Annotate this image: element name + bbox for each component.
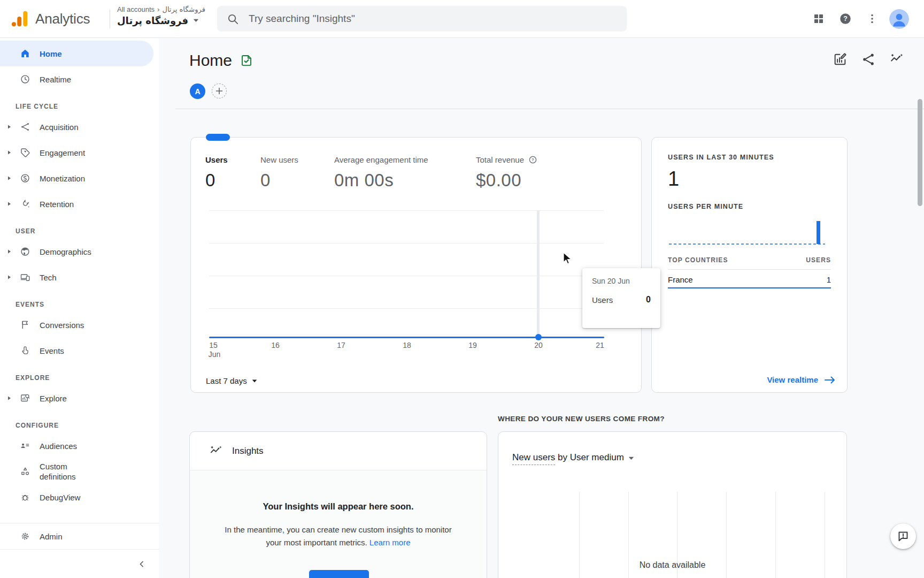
user-avatar[interactable] xyxy=(889,9,909,29)
chart-hover-guideline xyxy=(537,210,540,338)
sidebar-item-audiences[interactable]: Audiences xyxy=(0,433,159,459)
insights-body-text: your most important metrics. xyxy=(266,538,367,547)
search-input[interactable] xyxy=(248,12,627,25)
x-tick: 18 xyxy=(403,341,411,349)
expand-caret-icon[interactable] xyxy=(6,201,12,207)
sidebar-item-acquisition[interactable]: Acquisition xyxy=(0,114,159,140)
insights-spark-icon xyxy=(889,52,904,67)
breadcrumb-account-name[interactable]: فروشگاه پرتال xyxy=(162,5,205,13)
metric-avg-engagement-time[interactable]: Average engagement time 0m 00s xyxy=(334,155,428,191)
google-apps-grid-button[interactable] xyxy=(808,8,829,29)
grid-icon xyxy=(812,12,825,25)
comparison-chip-letter: A xyxy=(195,87,200,96)
nav-section-configure: CONFIGURE xyxy=(0,411,159,433)
top-app-bar: Analytics All accounts › فروشگاه پرتال ف… xyxy=(0,0,924,38)
report-check-icon[interactable] xyxy=(240,54,253,67)
expand-caret-icon[interactable] xyxy=(6,275,12,280)
sidebar-item-tech[interactable]: Tech xyxy=(0,264,159,290)
account-switcher[interactable]: All accounts › فروشگاه پرتال فروشگاه پرت… xyxy=(117,5,205,26)
sidebar-item-debugview[interactable]: DebugView xyxy=(0,484,159,510)
date-range-selector[interactable]: Last 7 days xyxy=(206,376,257,385)
search-bar[interactable] xyxy=(217,6,627,32)
share-icon xyxy=(861,52,876,67)
svg-text:?: ? xyxy=(532,157,534,162)
sidebar-item-label: Explore xyxy=(40,393,67,404)
page-title: Home xyxy=(189,51,253,70)
sidebar-item-monetization[interactable]: Monetization xyxy=(0,165,159,191)
sidebar-item-label: Engagement xyxy=(40,148,85,158)
metric-new-users[interactable]: New users 0 xyxy=(260,155,298,191)
sidebar-item-engagement[interactable]: Engagement xyxy=(0,140,159,165)
tooltip-metric-value: 0 xyxy=(646,295,651,305)
analytics-logo-icon xyxy=(10,9,30,29)
breadcrumb-separator: › xyxy=(157,5,159,13)
property-name: فروشگاه پرتال xyxy=(117,15,188,26)
help-button[interactable]: ? xyxy=(835,8,856,29)
search-icon xyxy=(227,13,239,25)
sidebar-item-label: DebugView xyxy=(40,492,80,503)
customize-report-button[interactable] xyxy=(832,51,848,67)
country-row-bar xyxy=(668,287,831,288)
engagement-tag-icon xyxy=(20,147,30,158)
top-countries-label: TOP COUNTRIES xyxy=(668,256,728,264)
sidebar-item-label: Home xyxy=(40,49,62,59)
sidebar-item-home[interactable]: Home xyxy=(0,41,153,66)
expand-caret-icon[interactable] xyxy=(6,396,12,401)
learn-more-link[interactable]: Learn more xyxy=(369,538,411,547)
expand-caret-icon[interactable] xyxy=(6,249,12,254)
sidebar-item-admin[interactable]: Admin xyxy=(0,523,159,549)
x-axis-month-label: Jun xyxy=(209,350,221,359)
create-insight-button[interactable] xyxy=(309,570,369,578)
metric-users[interactable]: Users 0 xyxy=(205,155,228,191)
insights-spark-icon xyxy=(209,444,223,458)
chart-gridline xyxy=(209,210,604,211)
vertical-scrollbar[interactable] xyxy=(918,99,922,206)
google-analytics-logo[interactable]: Analytics xyxy=(10,0,90,37)
edit-chart-icon xyxy=(833,52,848,67)
country-row[interactable]: France 1 xyxy=(668,272,831,286)
property-selector[interactable]: فروشگاه پرتال xyxy=(117,15,205,26)
share-report-button[interactable] xyxy=(860,51,876,67)
help-circle-icon[interactable]: ? xyxy=(528,155,537,164)
chevron-down-icon xyxy=(252,379,257,383)
expand-caret-icon[interactable] xyxy=(6,124,12,130)
insights-card-header: Insights xyxy=(190,432,487,470)
users-series-line[interactable] xyxy=(209,337,604,338)
breadcrumb-all-accounts[interactable]: All accounts xyxy=(117,5,155,13)
sidebar-item-demographics[interactable]: Demographics xyxy=(0,239,159,264)
x-tick: 19 xyxy=(468,341,477,349)
custom-definitions-shapes-icon xyxy=(20,466,30,477)
top-countries-header: TOP COUNTRIES USERS xyxy=(668,256,831,264)
dimension-selector[interactable]: New users by User medium xyxy=(512,452,634,463)
sidebar-item-explore[interactable]: Explore xyxy=(0,385,159,411)
users-last-30-min-value: 1 xyxy=(668,168,679,191)
active-card-tab-indicator[interactable] xyxy=(206,134,230,141)
sidebar-item-events[interactable]: Events xyxy=(0,338,159,363)
chart-gridline xyxy=(209,308,604,309)
x-tick: 21 xyxy=(596,341,604,349)
expand-caret-icon[interactable] xyxy=(6,176,12,181)
insights-headline: Your Insights will appear here soon. xyxy=(190,501,487,512)
debugview-bug-icon xyxy=(20,492,30,503)
new-users-chart-card: New users by User medium No data availab… xyxy=(498,431,847,578)
hovered-data-point[interactable] xyxy=(535,334,542,340)
no-data-message: No data available xyxy=(498,560,846,570)
collapse-sidebar-button[interactable] xyxy=(0,550,159,578)
more-options-button[interactable] xyxy=(861,8,883,29)
comparison-chip[interactable]: A xyxy=(190,83,205,99)
sidebar-item-retention[interactable]: Retention xyxy=(0,191,159,217)
add-comparison-button[interactable] xyxy=(212,83,227,98)
metric-total-revenue[interactable]: Total revenue ? $0.00 xyxy=(476,155,537,191)
expand-caret-icon[interactable] xyxy=(6,150,12,155)
insights-panel-button[interactable] xyxy=(889,51,905,67)
sidebar-item-conversions[interactable]: Conversions xyxy=(0,312,159,338)
metric-value: 0 xyxy=(205,170,228,191)
sidebar-item-realtime[interactable]: Realtime xyxy=(0,66,159,92)
metric-value: 0m 00s xyxy=(334,170,428,191)
header-divider xyxy=(110,10,110,28)
view-realtime-link[interactable]: View realtime xyxy=(767,375,835,384)
view-realtime-label: View realtime xyxy=(767,375,818,384)
sidebar-item-custom-definitions[interactable]: Custom definitions xyxy=(0,459,159,484)
demographics-globe-icon xyxy=(20,246,30,257)
feedback-button[interactable] xyxy=(890,523,916,549)
